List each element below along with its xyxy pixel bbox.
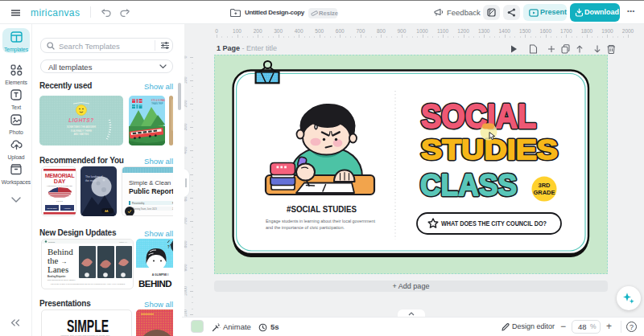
svg-text:HONORING ALL WHO SERVED: HONORING ALL WHO SERVED <box>47 185 72 186</box>
svg-text:AND WAITING: AND WAITING <box>73 133 89 136</box>
svg-text:Bowling Etiquette:: Bowling Etiquette: <box>47 275 66 278</box>
svg-text:Prese: Prese <box>172 202 174 205</box>
svg-text:LIGHTS?: LIGHTS? <box>68 117 93 123</box>
svg-text:#SOCIAL STUDIES: #SOCIAL STUDIES <box>287 204 357 214</box>
svg-text:Lanes: Lanes <box>47 264 68 274</box>
svg-text:Planning Team, June 2023: Planning Team, June 2023 <box>132 207 157 211</box>
svg-text:• • • • •: • • • • • <box>56 201 63 203</box>
svg-text:KTX & KORAIL: KTX & KORAIL <box>151 99 165 102</box>
svg-text:WHAT DOES THE CITY COUNCIL DO?: WHAT DOES THE CITY COUNCIL DO? <box>441 219 547 227</box>
svg-text:The landing of: The landing of <box>85 175 103 178</box>
svg-text:HONOR: HONOR <box>64 207 71 209</box>
svg-text:DAY: DAY <box>53 178 65 185</box>
svg-text:REMEMBER: REMEMBER <box>47 207 57 209</box>
svg-text:GRADE: GRADE <box>533 189 555 196</box>
svg-text:Dos and Don'ts for Every Bowle: Dos and Don'ts for Every Bowler <box>47 279 76 281</box>
svg-text:the moon: the moon <box>85 179 97 182</box>
svg-text:TRAIN TRIP: TRAIN TRIP <box>151 102 163 105</box>
svg-text:Presented by: Presented by <box>132 202 145 205</box>
svg-text:Simple & Clean: Simple & Clean <box>129 179 171 186</box>
svg-text:MENU ══: MENU ══ <box>119 241 128 243</box>
svg-text:IS ALREADY THERE: IS ALREADY THERE <box>70 129 92 132</box>
svg-text:CLASS: CLASS <box>420 169 517 202</box>
svg-text:WE MUST CHECK THE RULES BEFORE: WE MUST CHECK THE RULES BEFORE WE GO TO … <box>50 283 125 285</box>
svg-text:2023: 2023 <box>172 207 174 211</box>
svg-text:bowling: bowling <box>48 241 56 244</box>
svg-text:Engage students in learning ab: Engage students in learning about their … <box>266 219 375 223</box>
svg-text:Public Report: Public Report <box>129 187 174 195</box>
svg-text:3RD: 3RD <box>538 182 551 189</box>
svg-text:BEHIND: BEHIND <box>138 279 171 289</box>
svg-text:?: ? <box>167 245 170 249</box>
svg-text:SOMETIMES THE ANSWER: SOMETIMES THE ANSWER <box>66 125 95 129</box>
svg-text:and the importance of civic pa: and the importance of civic participatio… <box>266 225 345 230</box>
svg-text:SIMPLE: SIMPLE <box>67 316 109 336</box>
svg-text:SOCIAL: SOCIAL <box>421 97 536 135</box>
svg-text:A GLIMPSE I: A GLIMPSE I <box>151 273 167 277</box>
